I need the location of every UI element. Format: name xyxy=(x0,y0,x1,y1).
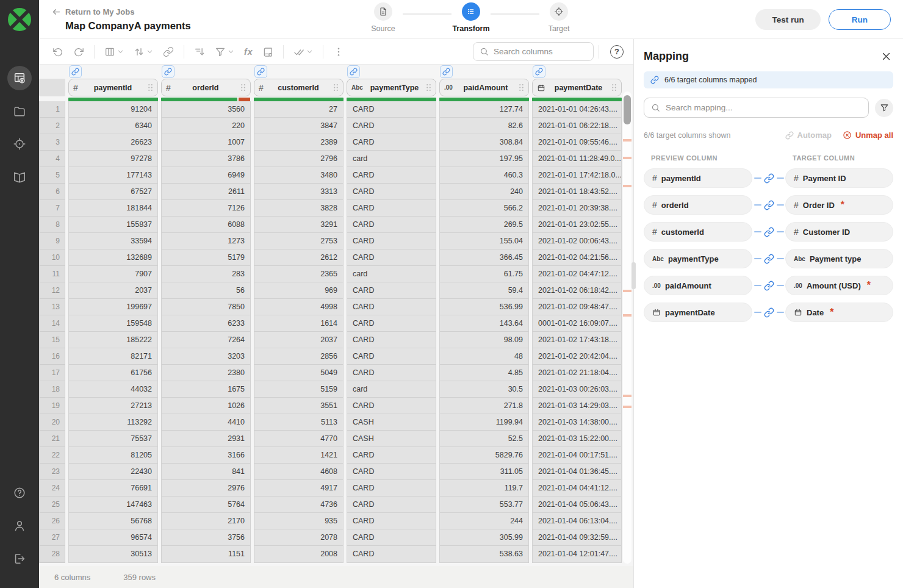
column-header-orderId[interactable]: #orderId xyxy=(161,79,251,96)
grid-cell[interactable]: 199697 xyxy=(69,299,157,315)
grid-cell[interactable]: 67527 xyxy=(69,184,157,200)
grid-cell[interactable]: 2021-01-01 06:22:18.... xyxy=(533,118,621,134)
target-column-pill[interactable]: #Payment ID xyxy=(785,168,893,188)
grid-cell[interactable]: 2037 xyxy=(69,282,157,299)
step-target[interactable]: Target xyxy=(539,2,578,33)
column-header-paymentType[interactable]: AbcpaymentType xyxy=(347,79,436,96)
grid-cell[interactable]: 220 xyxy=(162,118,250,134)
grid-cell[interactable]: 1151 xyxy=(162,546,250,562)
preview-column-pill[interactable]: #orderId xyxy=(644,195,752,215)
grid-cell[interactable]: 1421 xyxy=(254,447,343,464)
grid-cell[interactable]: 1614 xyxy=(254,315,343,332)
grid-cell[interactable]: 3756 xyxy=(162,529,250,546)
grid-cell[interactable]: 27213 xyxy=(69,398,157,414)
grid-cell[interactable]: 2021-01-01 23:02:55.... xyxy=(533,217,621,233)
link-columns-button[interactable] xyxy=(158,46,179,57)
grid-cell[interactable]: CARD xyxy=(347,315,436,332)
grid-cell[interactable]: CARD xyxy=(347,513,436,529)
grid-cell[interactable]: 52.5 xyxy=(440,431,528,447)
grid-cell[interactable]: 61.75 xyxy=(440,266,528,282)
grid-cell[interactable]: 98.09 xyxy=(440,332,528,348)
grid-cell[interactable]: 155.04 xyxy=(440,233,528,249)
preview-column-pill[interactable]: #paymentId xyxy=(644,168,752,188)
grid-cell[interactable]: 3166 xyxy=(162,447,250,464)
grid-cell[interactable]: 2021-01-04 12:01:47.... xyxy=(533,546,621,562)
grid-cell[interactable]: CARD xyxy=(347,282,436,299)
grid-cell[interactable]: 6949 xyxy=(162,167,250,184)
scrollbar-error-mark[interactable] xyxy=(623,185,631,187)
grid-cell[interactable]: 97278 xyxy=(69,151,157,167)
grid-cell[interactable]: 1675 xyxy=(162,381,250,398)
grid-cell[interactable]: CARD xyxy=(347,184,436,200)
grid-cell[interactable]: 2021-01-01 20:39:38.... xyxy=(533,200,621,217)
grid-cell[interactable]: 5159 xyxy=(254,381,343,398)
grid-cell[interactable]: 283 xyxy=(162,266,250,282)
grid-cell[interactable]: 96574 xyxy=(69,529,157,546)
grid-cell[interactable]: 2021-01-03 14:38:00.... xyxy=(533,414,621,431)
grid-cell[interactable]: 2021-01-04 05:06:43.... xyxy=(533,497,621,513)
sidebar-item-help[interactable] xyxy=(7,481,32,505)
more-options-button[interactable] xyxy=(328,46,349,57)
grid-cell[interactable]: 2021-01-02 04:47:12.... xyxy=(533,266,621,282)
grid-cell[interactable]: 75537 xyxy=(69,431,157,447)
grid-cell[interactable]: 935 xyxy=(254,513,343,529)
column-mapped-badge[interactable] xyxy=(347,65,360,78)
grid-cell[interactable]: CARD xyxy=(347,217,436,233)
grid-cell[interactable]: 81205 xyxy=(69,447,157,464)
column-mapped-badge[interactable] xyxy=(533,65,545,78)
grid-cell[interactable]: 5179 xyxy=(162,249,250,266)
grid-cell[interactable]: 271.8 xyxy=(440,398,528,414)
grid-cell[interactable]: 566.2 xyxy=(440,200,528,217)
vertical-scrollbar[interactable] xyxy=(623,91,631,564)
grid-cell[interactable]: CASH xyxy=(347,431,436,447)
grid-cell[interactable]: 147463 xyxy=(69,497,157,513)
run-button[interactable]: Run xyxy=(829,9,891,30)
column-mapped-badge[interactable] xyxy=(69,65,82,78)
drag-handle[interactable] xyxy=(426,84,431,91)
column-mapped-badge[interactable] xyxy=(440,65,453,78)
grid-cell[interactable]: 2078 xyxy=(254,529,343,546)
scrollbar-error-mark[interactable] xyxy=(623,157,631,159)
step-transform[interactable]: Transform xyxy=(452,2,491,33)
grid-cell[interactable]: 2021-01-02 17:43:18.... xyxy=(533,332,621,348)
step-source[interactable]: Source xyxy=(364,2,403,33)
drag-handle[interactable] xyxy=(240,84,246,91)
grid-cell[interactable]: CARD xyxy=(347,398,436,414)
validate-menu-button[interactable] xyxy=(289,46,318,57)
mapping-connector[interactable] xyxy=(752,227,785,237)
grid-cell[interactable]: 3313 xyxy=(254,184,343,200)
grid-cell[interactable]: 44032 xyxy=(69,381,157,398)
grid-cell[interactable]: CARD xyxy=(347,134,436,151)
mapping-search[interactable] xyxy=(644,98,869,118)
grid-cell[interactable]: 7907 xyxy=(69,266,157,282)
grid-cell[interactable]: 7850 xyxy=(162,299,250,315)
scrollbar-error-mark[interactable] xyxy=(623,290,631,292)
redo-button[interactable] xyxy=(68,46,89,57)
grid-cell[interactable]: 159548 xyxy=(69,315,157,332)
grid-cell[interactable]: 197.95 xyxy=(440,151,528,167)
grid-cell[interactable]: 460.3 xyxy=(440,167,528,184)
grid-cell[interactable]: 2021-01-04 09:32:59.... xyxy=(533,529,621,546)
grid-cell[interactable]: 2021-01-04 04:41:12.... xyxy=(533,480,621,497)
grid-cell[interactable]: 119.7 xyxy=(440,480,528,497)
grid-cell[interactable]: 2021-01-03 15:22:00.... xyxy=(533,431,621,447)
preview-column-pill[interactable]: #customerId xyxy=(644,222,752,242)
scrollbar-error-mark[interactable] xyxy=(623,314,631,317)
grid-cell[interactable]: 3203 xyxy=(162,348,250,365)
grid-cell[interactable]: 5049 xyxy=(254,365,343,381)
grid-cell[interactable]: 4608 xyxy=(254,464,343,480)
grid-cell[interactable]: CARD xyxy=(347,480,436,497)
grid-cell[interactable]: 132689 xyxy=(69,249,157,266)
grid-cell[interactable]: 3551 xyxy=(254,398,343,414)
grid-cell[interactable]: CARD xyxy=(347,101,436,118)
grid-cell[interactable]: CARD xyxy=(347,348,436,365)
column-header-paymentId[interactable]: #paymentId xyxy=(68,79,158,96)
grid-cell[interactable]: CASH xyxy=(347,414,436,431)
grid-cell[interactable]: 2021-01-03 00:26:03.... xyxy=(533,381,621,398)
grid-cell[interactable]: CARD xyxy=(347,497,436,513)
grid-cell[interactable]: 2021-01-01 04:26:43.... xyxy=(533,101,621,118)
grid-cell[interactable]: 1007 xyxy=(162,134,250,151)
grid-cell[interactable]: CARD xyxy=(347,365,436,381)
grid-cell[interactable]: 538.63 xyxy=(440,546,528,562)
grid-cell[interactable]: 366.45 xyxy=(440,249,528,266)
